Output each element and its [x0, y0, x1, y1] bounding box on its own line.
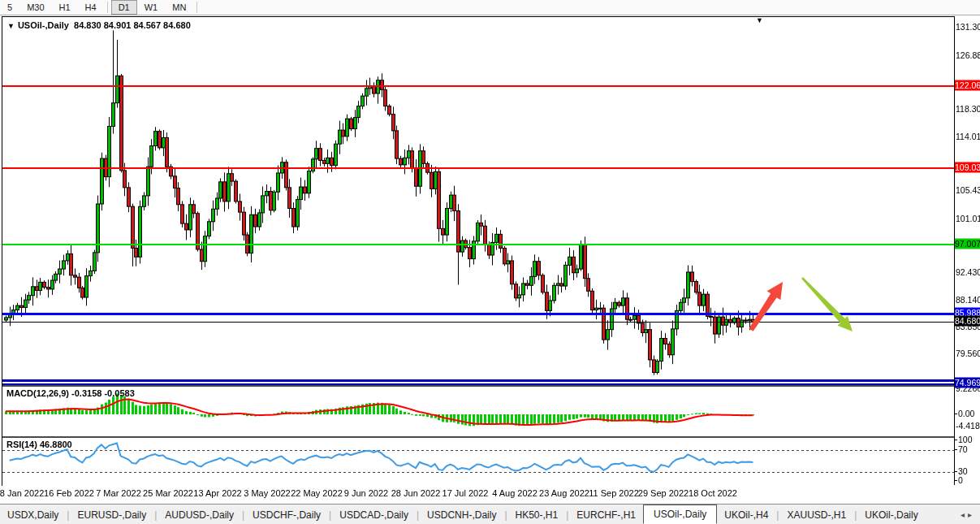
price-level-badge: 74.969 — [955, 378, 980, 388]
chart-tab-usoil-daily[interactable]: USOil-,Daily — [643, 505, 717, 524]
chart-tab-bar: USDX,Daily|EURUSD-,Daily|AUDUSD-,Daily|U… — [0, 504, 980, 524]
toolbar-separator — [196, 2, 197, 13]
chart-tab-xauusd-h1[interactable]: XAUUSD-,H1 — [779, 507, 853, 523]
date-tick-label: 9 Jun 2022 — [344, 488, 388, 498]
chart-tab-eurchf-h1[interactable]: EURCHF-,H1 — [569, 507, 643, 523]
macd-pane-separator[interactable] — [2, 385, 955, 387]
price-level-badge: 84.680 — [955, 316, 980, 327]
date-tick-label: 4 Aug 2022 — [492, 488, 537, 498]
support-1-line[interactable] — [2, 313, 955, 315]
chart-tab-eurusd-daily[interactable]: EURUSD-,Daily — [70, 507, 153, 523]
time-axis[interactable]: 28 Jan 202216 Feb 20227 Mar 202225 Mar 2… — [0, 486, 980, 502]
chart-title: ▼USOil-,Daily 84.830 84.901 84.567 84.68… — [7, 20, 191, 30]
resistance-2-line[interactable] — [2, 167, 955, 169]
date-tick-label: 28 Jun 2022 — [391, 488, 441, 498]
chart-tab-audusd-daily[interactable]: AUDUSD-,Daily — [158, 507, 241, 523]
date-tick-label: 25 Mar 2022 — [143, 488, 193, 498]
ohlc-values: 84.830 84.901 84.567 84.680 — [74, 20, 191, 30]
macd-label: MACD(12,26,9) -0.3158 -0.0583 — [6, 388, 135, 398]
chart-tab-ukoil-h4[interactable]: UKOil-,H4 — [717, 507, 775, 523]
timeframe-button-h1[interactable]: H1 — [52, 0, 78, 15]
tabs-scroll-right-icon[interactable]: ▸ — [968, 510, 975, 519]
price-level-badge: 97.007 — [955, 239, 980, 249]
trading-platform-window: 5M30H1H4D1W1MN ▼USOil-,Daily 84.830 84.9… — [0, 0, 980, 524]
timeframe-button-d1[interactable]: D1 — [111, 0, 137, 15]
chart-tab-usdx-daily[interactable]: USDX,Daily — [0, 507, 66, 523]
price-tick-label: 101.010 — [955, 214, 980, 223]
price-level-badge: 109.036 — [955, 162, 980, 173]
resistance-3-line[interactable] — [2, 244, 955, 245]
chart-tab-usdchf-daily[interactable]: USDCHF-,Daily — [245, 507, 328, 523]
chart-tab-ukoil-daily[interactable]: UKOil-,Daily — [857, 507, 925, 523]
date-tick-label: 13 Apr 2022 — [193, 488, 241, 498]
date-tick-label: 18 Oct 2022 — [689, 488, 737, 498]
rsi-scale-label: 0 — [955, 475, 980, 485]
price-tick-label: 131.300 — [955, 22, 980, 32]
price-axis[interactable]: 131.300126.880118.300114.010105.430101.0… — [954, 16, 980, 485]
rsi-scale-label: 70 — [955, 444, 980, 454]
chart-tab-usdcnh-daily[interactable]: USDCNH-,Daily — [420, 507, 503, 523]
date-tick-label: 17 Jul 2022 — [443, 488, 489, 498]
price-tick-label: 105.430 — [955, 185, 980, 195]
date-tick-label: 16 Feb 2022 — [44, 488, 94, 498]
chart-area: ▼USOil-,Daily 84.830 84.901 84.567 84.68… — [2, 16, 955, 486]
timeframe-button-h4[interactable]: H4 — [78, 0, 104, 15]
timeframe-button-m30[interactable]: M30 — [19, 0, 51, 15]
date-tick-label: 23 Aug 2022 — [539, 488, 589, 498]
price-tick-label: 88.140 — [955, 295, 980, 305]
symbol-name: USOil-,Daily — [18, 20, 69, 30]
macd-scale-label: -4.4188 — [955, 421, 980, 431]
date-tick-label: 29 Sep 2022 — [638, 488, 689, 498]
chart-tab-usdcad-daily[interactable]: USDCAD-,Daily — [332, 507, 416, 523]
timeframe-toolbar: 5M30H1H4D1W1MN — [0, 0, 980, 15]
price-tick-label: 79.560 — [955, 349, 980, 358]
tabs-scroll-left-icon[interactable]: ◂ — [961, 510, 968, 519]
rsi-scale-label: 100 — [955, 435, 980, 444]
date-tick-label: 7 Mar 2022 — [96, 488, 141, 498]
macd-scale-label: 0.00 — [955, 409, 980, 418]
price-level-badge: 122.066 — [955, 80, 980, 91]
timeframe-button-w1[interactable]: W1 — [137, 0, 166, 15]
date-tick-label: 3 May 2022 — [244, 488, 290, 498]
rsi-pane-separator[interactable] — [2, 436, 955, 438]
rsi-label: RSI(14) 46.8800 — [6, 440, 72, 449]
toolbar-separator — [107, 2, 108, 13]
date-tick-label: 28 Jan 2022 — [0, 488, 44, 498]
price-chart-canvas[interactable] — [2, 17, 955, 486]
resistance-1-line[interactable] — [2, 85, 955, 87]
timeframe-button-5[interactable]: 5 — [0, 0, 19, 15]
timeframe-button-mn[interactable]: MN — [165, 0, 193, 15]
price-tick-label: 118.300 — [955, 104, 980, 114]
support-2-line[interactable] — [2, 379, 955, 382]
price-tick-label: 114.010 — [955, 132, 980, 141]
date-tick-label: 11 Sep 2022 — [589, 488, 639, 498]
price-tick-label: 126.880 — [955, 50, 980, 60]
symbol-dropdown-icon[interactable]: ▼ — [7, 22, 15, 30]
current-price-line-line[interactable] — [2, 322, 955, 323]
date-tick-label: 22 May 2022 — [291, 488, 343, 498]
chart-shift-marker-icon: ▼ — [756, 17, 763, 24]
price-tick-label: 92.430 — [955, 267, 980, 277]
chart-tab-hk50-h1[interactable]: HK50-,H1 — [508, 507, 566, 523]
